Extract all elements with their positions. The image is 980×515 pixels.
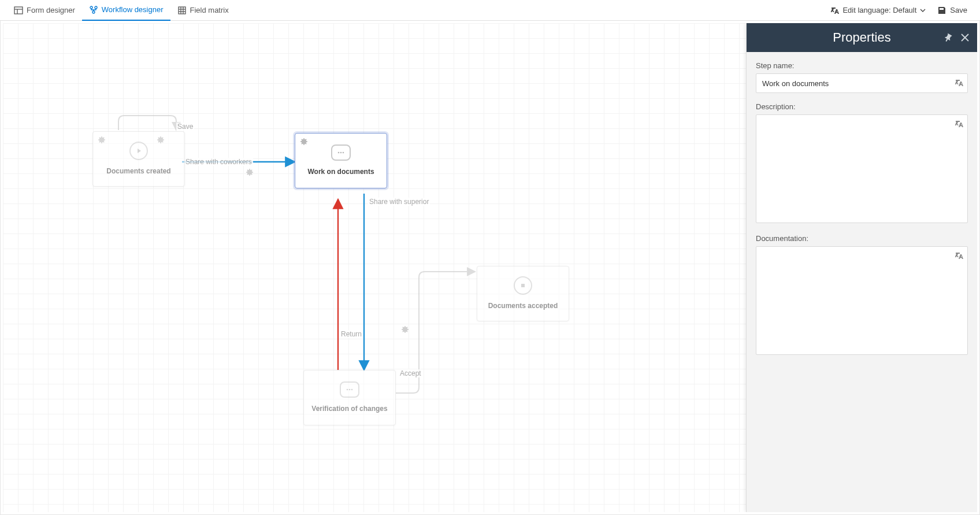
documentation-textarea[interactable] [756,246,968,355]
workflow-canvas[interactable]: Save Share with coworkers Share with sup… [3,23,977,512]
edge-label-return[interactable]: Return [340,330,363,338]
start-icon [129,142,148,160]
tab-label: Workflow designer [102,5,164,14]
panel-title: Properties [833,30,890,45]
tab-label: Field matrix [190,6,229,14]
description-textarea[interactable] [756,114,968,223]
form-icon [14,6,23,15]
node-verification-of-changes[interactable]: Verification of changes [303,370,396,425]
panel-body: Step name: Description: Documentation: [747,52,977,374]
language-icon [830,6,839,15]
save-button[interactable]: Save [931,6,973,15]
node-title: Documents accepted [488,302,558,310]
save-label: Save [950,6,967,14]
edge-label-share-superior[interactable]: Share with superior [368,198,430,206]
gear-icon[interactable] [155,135,165,147]
node-title: Verification of changes [311,405,387,413]
step-icon [331,145,351,161]
step-name-input[interactable] [756,73,968,93]
edge-label-save[interactable]: Save [176,123,194,131]
gear-icon[interactable] [96,135,106,147]
documentation-label: Documentation: [756,234,968,243]
node-documents-accepted[interactable]: Documents accepted [477,266,569,321]
edge-gear-share-coworkers[interactable] [244,168,254,179]
matrix-icon [177,6,187,15]
node-title: Work on documents [307,168,374,176]
tab-label: Form designer [27,6,75,14]
save-icon [937,6,946,15]
tab-form-designer[interactable]: Form designer [7,0,82,21]
translate-icon[interactable] [954,251,963,262]
end-icon [514,276,532,295]
edge-label-accept[interactable]: Accept [399,369,422,377]
properties-panel: Properties Step name: Description: Docum… [746,23,977,512]
edit-language-label: Edit language: Default [842,6,916,14]
edge-label-share-coworkers[interactable]: Share with coworkers [184,158,253,166]
top-toolbar: Form designer Workflow designer Field ma… [0,0,980,21]
pin-panel-button[interactable] [944,33,953,42]
flow-icon [89,5,98,14]
description-label: Description: [756,102,968,111]
tab-field-matrix[interactable]: Field matrix [170,0,236,21]
node-work-on-documents[interactable]: Work on documents [295,133,387,188]
chevron-down-icon [920,8,926,13]
translate-icon[interactable] [954,78,963,89]
edit-language-dropdown[interactable]: Edit language: Default [824,6,931,15]
panel-header: Properties [747,23,977,52]
close-panel-button[interactable] [960,32,970,43]
translate-icon[interactable] [954,119,963,130]
edge-gear-accept[interactable] [400,325,409,336]
step-name-label: Step name: [756,61,968,70]
node-title: Documents created [106,167,170,176]
step-icon [340,381,359,398]
gear-icon[interactable] [299,137,308,149]
tab-workflow-designer[interactable]: Workflow designer [82,0,170,21]
node-documents-created[interactable]: Documents created [92,131,185,187]
canvas-wrap: Save Share with coworkers Share with sup… [0,21,980,515]
